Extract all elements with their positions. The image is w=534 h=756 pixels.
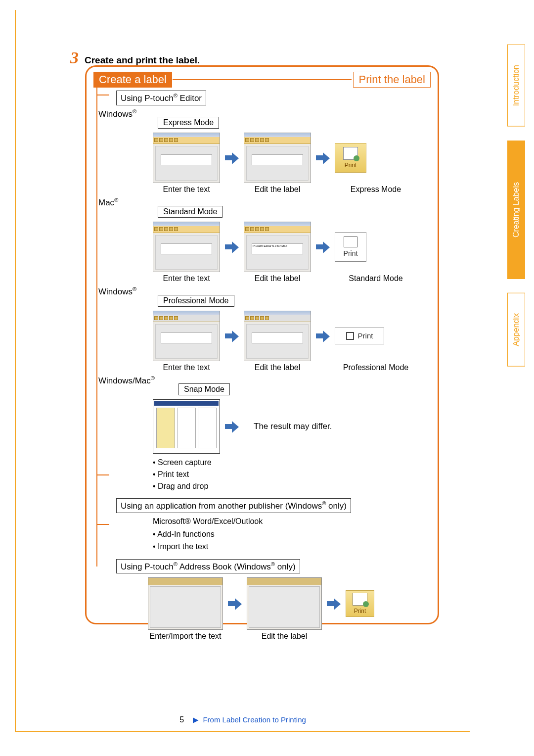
- workflow-diagram: Create a label Print the label Using P-t…: [85, 65, 439, 624]
- arrow-icon: [316, 330, 330, 342]
- print-label: Print: [345, 162, 357, 169]
- addr-p2: Address Book (Windows: [178, 562, 271, 571]
- other-app-item-2: Import the text: [158, 542, 208, 551]
- other-app-item-1: Add-In functions: [157, 530, 215, 538]
- screenshot-pro-edit: [244, 311, 311, 361]
- caption-edit-label: Edit the label: [244, 185, 311, 194]
- row-addressbook: Print: [148, 577, 431, 630]
- tree-branch: [96, 94, 109, 95]
- address-book-box: Using P-touch® Address Book (Windows® on…: [116, 559, 300, 574]
- snap-bullet-3: Drag and drop: [158, 482, 208, 490]
- print-button-express[interactable]: Print: [335, 143, 366, 173]
- printer-icon: [346, 332, 354, 340]
- printer-icon: [344, 236, 357, 247]
- screenshot-express-enter: [153, 133, 220, 183]
- arrow-icon: [225, 240, 239, 253]
- caption-edit-label: Edit the label: [244, 363, 311, 372]
- row-standard: P-touch Editor 5.0 for Mac Print: [153, 222, 431, 272]
- arrow-icon: [225, 151, 239, 164]
- print-label: Print: [344, 249, 358, 257]
- tree-branch: [96, 524, 109, 525]
- tree-vertical-main: [96, 82, 97, 567]
- os-windows-professional: Windows®: [98, 286, 431, 297]
- ptouch-editor-box: Using P-touch® Editor: [116, 91, 206, 105]
- connector-line: [173, 79, 352, 80]
- screenshot-standard-edit: P-touch Editor 5.0 for Mac: [244, 222, 311, 272]
- page-frame: 3 Create and print the label. Create a l…: [15, 10, 470, 732]
- other-app-title: Microsoft® Word/Excel/Outlook: [153, 517, 263, 525]
- arrow-icon: [228, 597, 242, 610]
- tree-branch: [96, 474, 109, 475]
- arrow-icon: [225, 420, 239, 433]
- caption-edit-label: Edit the label: [247, 632, 322, 641]
- addr-p1: Using P-touch: [121, 562, 174, 571]
- other-app-list: Microsoft® Word/Excel/Outlook • Add-In f…: [153, 515, 431, 553]
- step-header: 3 Create and print the label.: [70, 48, 200, 67]
- arrow-icon: [316, 151, 330, 164]
- row-professional: Print: [153, 311, 431, 361]
- other-app-suffix: only): [326, 501, 347, 511]
- arrow-icon: [327, 597, 341, 610]
- page-footer: 5 ▶ From Label Creation to Printing: [16, 715, 470, 724]
- caption-standard-mode: Standard Mode: [339, 274, 413, 283]
- mode-express: Express Mode: [158, 117, 219, 129]
- caption-edit-label: Edit the label: [244, 274, 311, 283]
- arrow-icon: [316, 240, 330, 253]
- tab-introduction[interactable]: Introduction: [507, 45, 525, 127]
- os-winmac-snap: Windows/Mac®: [98, 375, 431, 386]
- print-label-header: Print the label: [353, 72, 431, 88]
- tab-creating-labels[interactable]: Creating Labels: [507, 141, 525, 279]
- row-express: Print: [153, 133, 431, 183]
- side-nav-tabs: Introduction Creating Labels Appendix: [507, 45, 525, 366]
- print-button-professional[interactable]: Print: [335, 328, 384, 344]
- other-app-box: Using an application from another publis…: [116, 498, 351, 513]
- page-number: 5: [179, 715, 184, 724]
- caption-enter-text: Enter the text: [153, 185, 220, 194]
- mode-professional: Professional Mode: [158, 295, 234, 307]
- os-mac-standard: Mac®: [98, 197, 431, 208]
- printer-icon: [353, 593, 367, 606]
- caption-professional-mode: Professional Mode: [339, 363, 413, 372]
- caption-enter-import: Enter/Import the text: [148, 632, 223, 641]
- snap-result-text: The result may differ.: [254, 422, 332, 431]
- screenshot-addr-edit: [247, 577, 322, 630]
- print-button-addressbook[interactable]: Print: [346, 590, 374, 617]
- snap-bullets: • Screen capture • Print text • Drag and…: [153, 457, 431, 492]
- caption-enter-text: Enter the text: [153, 274, 220, 283]
- snap-bullet-2: Print text: [158, 470, 189, 478]
- breadcrumb[interactable]: From Label Creation to Printing: [203, 715, 306, 724]
- caption-express-mode: Express Mode: [339, 185, 413, 194]
- addr-p3: only): [275, 562, 296, 571]
- print-label: Print: [358, 331, 373, 340]
- printer-icon: [343, 147, 358, 160]
- arrow-icon: [225, 330, 239, 342]
- mode-snap: Snap Mode: [178, 383, 230, 395]
- print-button-standard[interactable]: Print: [335, 232, 366, 262]
- screenshot-standard-enter: [153, 222, 220, 272]
- ptouch-suffix: Editor: [178, 94, 202, 103]
- mode-standard: Standard Mode: [158, 206, 222, 218]
- other-app-prefix: Using an application from another publis…: [121, 501, 322, 511]
- screenshot-pro-enter: [153, 311, 220, 361]
- ptouch-prefix: Using P-touch: [121, 94, 174, 103]
- screenshot-express-edit: [244, 133, 311, 183]
- tab-appendix[interactable]: Appendix: [507, 293, 525, 367]
- screenshot-addr-enter: [148, 577, 223, 630]
- row-snap: The result may differ.: [153, 399, 431, 454]
- triangle-icon: ▶: [193, 715, 199, 724]
- os-windows-express: Windows®: [98, 108, 431, 119]
- screenshot-snap: [153, 399, 220, 454]
- create-label-header: Create a label: [93, 72, 172, 88]
- step-number: 3: [70, 48, 79, 67]
- print-label: Print: [354, 608, 366, 614]
- step-title: Create and print the label.: [85, 55, 200, 66]
- snap-bullet-1: Screen capture: [158, 458, 212, 467]
- caption-enter-text: Enter the text: [153, 363, 220, 372]
